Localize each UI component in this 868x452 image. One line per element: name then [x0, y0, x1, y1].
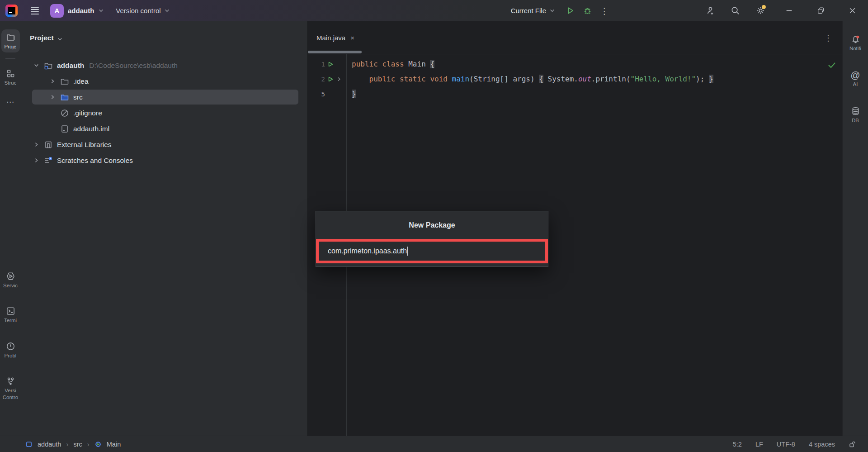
tab-main-java[interactable]: Main.java × — [308, 21, 362, 54]
structure-icon — [6, 69, 15, 78]
tree-row-addauth[interactable]: addauth D:\CodeSource\esb\addauth — [21, 57, 307, 73]
module-icon — [25, 441, 33, 448]
tree-label: .gitignore — [73, 109, 102, 117]
chevron-right-icon[interactable] — [49, 78, 56, 85]
tool-project[interactable]: Proje — [1, 29, 20, 52]
editor-area: Main.java × ⋮ 1 public class Main { — [308, 21, 842, 436]
run-configuration-label: Current File — [511, 7, 546, 14]
project-avatar: A — [50, 4, 64, 18]
inspections-ok-icon[interactable] — [827, 61, 836, 70]
run-icon — [566, 6, 575, 15]
git-branch-icon — [6, 376, 15, 386]
module-folder-icon — [44, 61, 53, 70]
breadcrumb-class[interactable]: Main — [107, 441, 121, 448]
right-tool-stripe: Notifi @ AI DB — [842, 21, 868, 436]
tree-row-scratches[interactable]: Scratches and Consoles — [21, 152, 307, 168]
tool-structure[interactable]: Struc — [1, 66, 20, 89]
code-line-1[interactable]: 1 public class Main { — [308, 57, 842, 71]
window-restore-button[interactable] — [805, 0, 836, 21]
tree-row-iml[interactable]: addauth.iml — [21, 121, 307, 137]
chevron-down-icon — [549, 8, 555, 14]
tool-ai-assistant[interactable]: @ AI — [846, 67, 865, 90]
window-close-button[interactable] — [836, 0, 868, 21]
settings-button[interactable] — [748, 0, 773, 21]
terminal-icon — [6, 306, 15, 316]
text-caret — [407, 247, 408, 256]
project-view-selector[interactable]: Project — [21, 21, 307, 47]
chevron-right-icon[interactable] — [33, 157, 40, 164]
main-menu-button[interactable] — [26, 0, 44, 21]
run-button[interactable] — [561, 0, 579, 21]
close-icon — [849, 7, 856, 14]
ai-swirl-icon: @ — [850, 70, 860, 80]
line-number: 1 — [317, 61, 325, 68]
vcs-menu[interactable]: Version control — [116, 7, 170, 14]
tree-label: External Libraries — [57, 141, 112, 149]
breadcrumbs: addauth › src › Main — [25, 440, 121, 448]
project-path: D:\CodeSource\esb\addauth — [89, 62, 178, 70]
encoding-widget[interactable]: UTF-8 — [777, 441, 795, 448]
chevron-down-icon — [164, 8, 170, 14]
run-main-gutter-button[interactable] — [327, 76, 334, 82]
tree-label: src — [73, 93, 83, 101]
tree-row-idea[interactable]: .idea — [21, 73, 307, 89]
fold-expand-icon[interactable] — [336, 76, 342, 82]
tool-problems[interactable]: Probl — [1, 338, 20, 362]
tree-row-src[interactable]: src — [21, 89, 307, 105]
chevron-right-icon[interactable] — [49, 94, 56, 100]
scratches-icon — [44, 156, 53, 165]
chevron-down-icon[interactable] — [33, 62, 40, 69]
tree-row-gitignore[interactable]: .gitignore — [21, 105, 307, 121]
ide-window: A addauth Version control Current File — [0, 0, 868, 452]
chevron-down-icon — [98, 8, 104, 14]
tab-options-button[interactable]: ⋮ — [824, 33, 832, 43]
minimize-icon — [785, 7, 793, 14]
code-line-2[interactable]: 2 public static void main(String[] args)… — [308, 71, 842, 86]
run-class-gutter-button[interactable] — [327, 61, 334, 67]
tree-label: .idea — [73, 77, 89, 86]
folder-icon — [6, 33, 15, 42]
code-line-5[interactable]: 5 } — [308, 86, 842, 101]
notification-badge — [856, 36, 859, 38]
indent-widget[interactable]: 4 spaces — [809, 441, 835, 448]
tree-label: addauth.iml — [73, 125, 109, 133]
tree-label: addauth — [57, 62, 84, 70]
package-name-input[interactable]: com.primeton.ipaas.auth — [328, 247, 407, 255]
problems-icon — [6, 342, 15, 351]
tab-close-icon[interactable]: × — [350, 34, 354, 41]
project-tool-window: Project addauth D:\CodeSource\esb\addaut… — [21, 21, 308, 436]
unlocked-icon[interactable] — [849, 441, 856, 448]
tool-version-control[interactable]: Versi Contro — [1, 373, 20, 404]
annotation-highlight-box: com.primeton.ipaas.auth — [316, 239, 548, 263]
code-with-me-button[interactable] — [697, 0, 722, 21]
line-separator-widget[interactable]: LF — [755, 441, 763, 448]
tool-database[interactable]: DB — [846, 103, 865, 126]
left-tool-stripe: Proje Struc ⋯ Servic Termi Probl — [0, 21, 21, 436]
chevron-down-icon — [57, 36, 63, 42]
caret-position-widget[interactable]: 5:2 — [733, 441, 742, 448]
breadcrumb-module[interactable]: addauth — [38, 441, 61, 448]
ignored-file-icon — [60, 109, 69, 118]
editor-tabbar: Main.java × ⋮ — [308, 21, 842, 54]
tool-services[interactable]: Servic — [1, 268, 20, 291]
run-configuration-selector[interactable]: Current File — [511, 7, 555, 14]
tree-label: Scratches and Consoles — [57, 157, 133, 165]
project-widget[interactable]: A addauth — [50, 4, 104, 18]
breadcrumb-src[interactable]: src — [73, 441, 82, 448]
settings-notification-badge — [762, 5, 766, 9]
chevron-right-icon[interactable] — [33, 141, 40, 148]
window-minimize-button[interactable] — [773, 0, 805, 21]
more-tool-windows-button[interactable]: ⋯ — [6, 97, 14, 106]
ellipsis-icon: ⋯ — [6, 97, 14, 106]
add-user-icon — [705, 6, 715, 15]
debug-button[interactable] — [579, 0, 596, 21]
more-actions-button[interactable]: ⋮ — [596, 0, 613, 21]
search-everywhere-button[interactable] — [722, 0, 748, 21]
tool-notifications[interactable]: Notifi — [846, 31, 865, 54]
stripe-divider — [5, 58, 15, 59]
tree-row-external-libraries[interactable]: External Libraries — [21, 137, 307, 152]
tool-terminal[interactable]: Termi — [1, 303, 20, 326]
gutter-line-5: 5 — [308, 90, 346, 98]
titlebar: A addauth Version control Current File — [0, 0, 868, 21]
search-icon — [731, 6, 740, 15]
